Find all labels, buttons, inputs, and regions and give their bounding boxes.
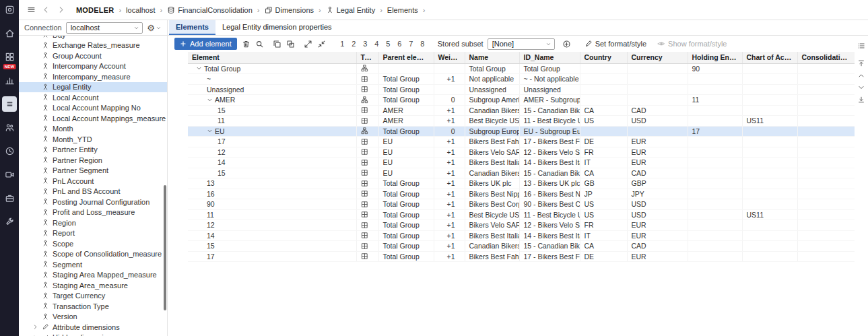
- sidebar-scrollbar[interactable]: [164, 185, 166, 310]
- country-cell[interactable]: CA: [580, 241, 627, 252]
- app-logo-icon[interactable]: [2, 2, 17, 18]
- chart-cell[interactable]: [742, 63, 797, 74]
- id_name-cell[interactable]: 12 - Bikers Velo SA...: [519, 147, 580, 158]
- currency-cell[interactable]: CAD: [627, 168, 688, 178]
- set-format-button[interactable]: Set format/style: [585, 40, 646, 48]
- name-cell[interactable]: Bikers Velo SARL: [465, 220, 519, 231]
- element-row[interactable]: 15AMER+1Canadian Bikers B...15 - Canadia…: [188, 105, 855, 116]
- currency-cell[interactable]: EUR: [627, 137, 688, 147]
- back-icon[interactable]: [39, 3, 53, 17]
- type-cell[interactable]: [356, 105, 378, 116]
- breadcrumb-item-legal-entity[interactable]: Legal Entity: [324, 6, 377, 14]
- add-element-button[interactable]: Add element: [174, 38, 237, 50]
- element-row[interactable]: 14EU+1Bikers Best Italia Srl14 - Bikers …: [188, 158, 855, 168]
- column-header-type[interactable]: Type: [356, 52, 378, 63]
- id_name-cell[interactable]: 15 - Canadian Bike...: [519, 105, 580, 116]
- name-cell[interactable]: Canadian Bikers B...: [465, 105, 519, 116]
- sidebar-item-month[interactable]: Month: [19, 124, 167, 135]
- parent-cell[interactable]: [378, 63, 434, 74]
- weight-cell[interactable]: +1: [434, 178, 465, 189]
- media-icon[interactable]: [2, 167, 17, 182]
- expand-level-4-button[interactable]: 4: [371, 38, 382, 50]
- modeler-icon[interactable]: [2, 96, 17, 112]
- element-cell[interactable]: 12: [188, 220, 356, 231]
- type-cell[interactable]: [356, 189, 378, 199]
- element-cell[interactable]: EU: [188, 126, 356, 137]
- name-cell[interactable]: Bikers Best Corp.: [465, 199, 519, 210]
- country-cell[interactable]: FR: [580, 147, 627, 158]
- holding-cell[interactable]: [688, 230, 742, 241]
- consolidation-cell[interactable]: [797, 63, 855, 74]
- element-cell[interactable]: AMER: [188, 95, 356, 106]
- weight-cell[interactable]: [434, 84, 465, 95]
- consolidation-cell[interactable]: [797, 147, 855, 158]
- element-row[interactable]: 11AMER+1Best Bicycle USA LLC11 - Best Bi…: [188, 116, 855, 127]
- reports-icon[interactable]: [2, 73, 17, 88]
- element-row[interactable]: UnassignedTotal GroupUnassignedUnassigne…: [188, 84, 855, 95]
- country-cell[interactable]: DE: [580, 137, 627, 147]
- chart-cell[interactable]: [742, 189, 797, 199]
- name-cell[interactable]: Subgroup Europea...: [465, 126, 519, 137]
- chevron-down-icon[interactable]: [196, 65, 204, 71]
- breadcrumb-item-modeler[interactable]: MODELER: [74, 6, 116, 14]
- consolidation-cell[interactable]: [797, 158, 855, 168]
- column-header-currency[interactable]: Currency: [627, 52, 688, 63]
- sidebar-item-transaction-type[interactable]: Transaction Type: [19, 301, 167, 312]
- element-cell[interactable]: 11: [188, 116, 356, 127]
- consolidation-cell[interactable]: [797, 241, 855, 252]
- chart-cell[interactable]: [742, 241, 797, 252]
- chart-cell[interactable]: [742, 84, 797, 95]
- sidebar-item-group-account[interactable]: Group Account: [19, 51, 167, 61]
- weight-cell[interactable]: +1: [434, 241, 465, 252]
- element-row[interactable]: 90Total Group+1Bikers Best Corp.90 - Bik…: [188, 199, 855, 210]
- sidebar-item-partner-region[interactable]: Partner Region: [19, 155, 167, 166]
- element-cell[interactable]: ~: [188, 74, 356, 85]
- id_name-cell[interactable]: 12 - Bikers Velo SA...: [519, 220, 580, 231]
- parent-cell[interactable]: Total Group: [378, 95, 434, 106]
- id_name-cell[interactable]: 11 - Best Bicycle U...: [519, 209, 580, 220]
- holding-cell[interactable]: [688, 251, 742, 262]
- chevron-down-icon[interactable]: [207, 128, 215, 134]
- parent-cell[interactable]: EU: [378, 147, 434, 158]
- parent-cell[interactable]: EU: [378, 168, 434, 178]
- sidebar-item-pnl-account[interactable]: PnL Account: [19, 176, 167, 187]
- scroll-down-icon[interactable]: [855, 81, 867, 94]
- consolidation-cell[interactable]: [797, 220, 855, 231]
- country-cell[interactable]: IT: [580, 230, 627, 241]
- element-row[interactable]: 15EU+1Canadian Bikers B...15 - Canadian …: [188, 168, 855, 178]
- chart-cell[interactable]: [742, 168, 797, 178]
- sidebar-group-attribute-dimensions[interactable]: Attribute dimensions: [19, 322, 167, 333]
- weight-cell[interactable]: +1: [434, 189, 465, 199]
- weight-cell[interactable]: +1: [434, 105, 465, 116]
- collapse-all-icon[interactable]: [315, 37, 329, 51]
- holding-cell[interactable]: [688, 209, 742, 220]
- column-header-id_name[interactable]: ID_Name: [519, 52, 580, 63]
- holding-cell[interactable]: [688, 220, 742, 231]
- name-cell[interactable]: Canadian Bikers B...: [465, 168, 519, 178]
- country-cell[interactable]: US: [580, 116, 627, 127]
- currency-cell[interactable]: USD: [627, 209, 688, 220]
- sidebar-item-local-account-mappings-measure[interactable]: Local Account Mappings_measure: [19, 113, 167, 124]
- country-cell[interactable]: CA: [580, 105, 627, 116]
- column-header-parent[interactable]: Parent element: [378, 52, 434, 63]
- parent-cell[interactable]: Total Group: [378, 126, 434, 137]
- country-cell[interactable]: JP: [580, 189, 627, 199]
- weight-cell[interactable]: +1: [434, 209, 465, 220]
- element-row[interactable]: EUTotal Group0Subgroup Europea...EU - Su…: [188, 126, 855, 137]
- chart-cell[interactable]: [742, 74, 797, 85]
- name-cell[interactable]: Bikers UK plc: [465, 178, 519, 189]
- sidebar-item-scope[interactable]: Scope: [19, 238, 167, 249]
- sidebar-item-staging-area-mapped-measure[interactable]: Staging Area Mapped_measure: [19, 270, 167, 281]
- element-cell[interactable]: 17: [188, 251, 356, 262]
- chart-cell[interactable]: [742, 126, 797, 137]
- sidebar-group-hidden-dimensions[interactable]: Hidden dimensions: [19, 333, 167, 336]
- weight-cell[interactable]: +1: [434, 158, 465, 168]
- chart-cell[interactable]: [742, 137, 797, 147]
- currency-cell[interactable]: CAD: [627, 105, 688, 116]
- weight-cell[interactable]: +1: [434, 116, 465, 127]
- consolidation-cell[interactable]: [797, 95, 855, 106]
- holding-cell[interactable]: [688, 84, 742, 95]
- weight-cell[interactable]: +1: [434, 168, 465, 178]
- id_name-cell[interactable]: 15 - Canadian Bike...: [519, 241, 580, 252]
- expand-level-1-button[interactable]: 1: [337, 38, 348, 50]
